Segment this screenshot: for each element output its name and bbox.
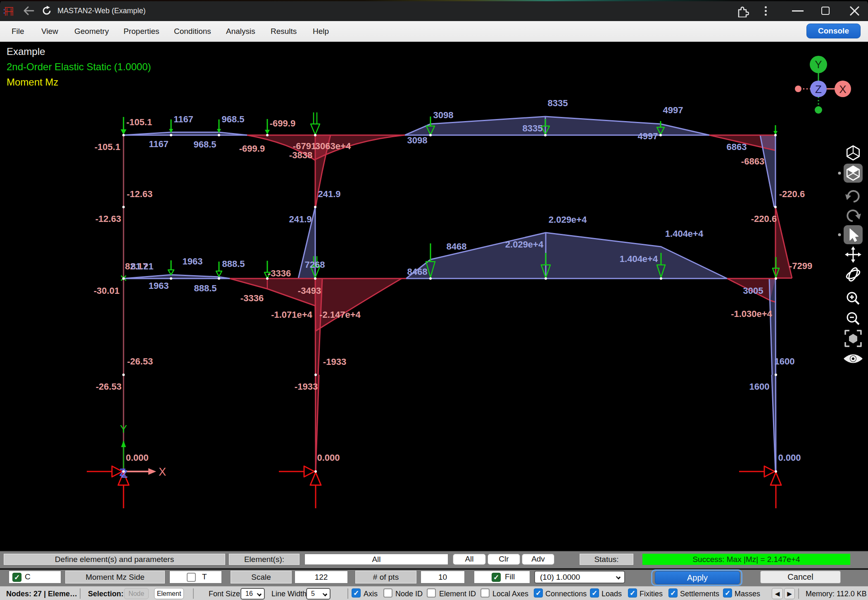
svg-text:-30.01: -30.01	[94, 286, 119, 296]
svg-text:Z: Z	[815, 83, 822, 95]
svg-text:-26.53: -26.53	[127, 356, 153, 367]
svg-text:1600: 1600	[749, 381, 770, 392]
svg-text:1167: 1167	[174, 114, 193, 124]
svg-text:968.5: 968.5	[221, 114, 244, 124]
svg-text:3098: 3098	[433, 110, 454, 120]
svg-text:-1.071e+4: -1.071e+4	[271, 310, 312, 320]
svg-text:81.21: 81.21	[131, 261, 153, 271]
svg-text:2.029e+4: 2.029e+4	[505, 239, 544, 250]
svg-text:1963: 1963	[183, 256, 203, 267]
svg-text:3005: 3005	[743, 286, 763, 296]
svg-text:241.9: 241.9	[289, 214, 312, 224]
svg-text:Z: Z	[121, 468, 128, 480]
svg-text:X: X	[159, 466, 166, 478]
svg-text:-3493: -3493	[298, 286, 321, 296]
svg-text:Y: Y	[815, 58, 822, 71]
svg-text:8335: 8335	[523, 123, 543, 133]
svg-text:-3838: -3838	[289, 150, 312, 160]
svg-text:-105.1: -105.1	[95, 142, 120, 152]
svg-text:-7299: -7299	[789, 261, 812, 271]
svg-text:7268: 7268	[305, 260, 325, 270]
svg-text:3098: 3098	[407, 135, 428, 145]
svg-text:-699.9: -699.9	[239, 143, 265, 154]
svg-text:X: X	[839, 83, 846, 95]
svg-text:0.000: 0.000	[778, 452, 801, 463]
svg-text:-699.9: -699.9	[270, 118, 295, 129]
svg-text:1167: 1167	[149, 139, 169, 149]
svg-text:241.9: 241.9	[318, 189, 340, 199]
svg-text:968.5: 968.5	[193, 139, 216, 150]
svg-text:8468: 8468	[407, 267, 428, 277]
svg-text:-12.63: -12.63	[95, 214, 121, 224]
svg-text:2nd-Order Elastic Static (1.00: 2nd-Order Elastic Static (1.0000)	[7, 61, 151, 72]
svg-text:888.5: 888.5	[194, 283, 216, 293]
svg-text:2.029e+4: 2.029e+4	[549, 214, 587, 225]
svg-text:0.000: 0.000	[317, 452, 340, 463]
svg-text:8335: 8335	[548, 98, 568, 108]
svg-text:4997: 4997	[663, 105, 683, 115]
svg-text:-1933: -1933	[295, 381, 318, 392]
svg-text:3063e+4: 3063e+4	[315, 141, 351, 151]
svg-text:-1.030e+4: -1.030e+4	[731, 309, 772, 319]
svg-text:Y: Y	[120, 423, 127, 435]
svg-text:1.404e+4: 1.404e+4	[620, 254, 658, 264]
svg-text:1600: 1600	[775, 356, 795, 367]
svg-text:-3336: -3336	[240, 293, 264, 303]
svg-text:Example: Example	[7, 46, 45, 57]
svg-text:1.404e+4: 1.404e+4	[665, 229, 704, 239]
svg-text:-220.6: -220.6	[751, 214, 777, 224]
svg-text:0.000: 0.000	[126, 452, 148, 463]
svg-text:-6863: -6863	[741, 156, 764, 167]
svg-text:1963: 1963	[149, 281, 169, 291]
svg-text:-220.6: -220.6	[779, 189, 805, 199]
svg-text:-26.53: -26.53	[96, 381, 121, 392]
svg-text:-3336: -3336	[268, 268, 291, 279]
svg-text:-12.63: -12.63	[127, 189, 152, 199]
svg-text:4997: 4997	[638, 131, 658, 141]
svg-text:888.5: 888.5	[222, 259, 245, 269]
svg-text:6863: 6863	[727, 142, 747, 152]
svg-text:-2.147e+4: -2.147e+4	[319, 310, 361, 320]
svg-text:-1933: -1933	[323, 357, 346, 367]
svg-text:-105.1: -105.1	[126, 117, 152, 127]
svg-text:8468: 8468	[447, 241, 467, 252]
svg-text:Moment Mz: Moment Mz	[7, 76, 58, 88]
